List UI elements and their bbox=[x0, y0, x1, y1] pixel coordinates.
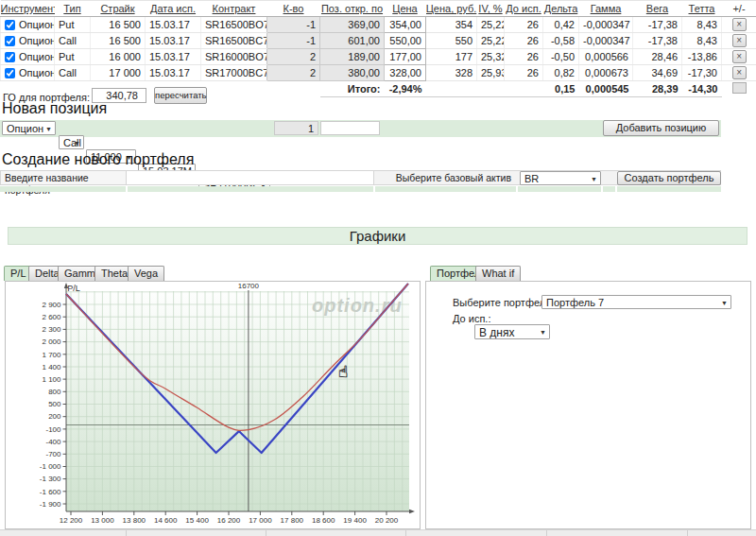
charts-section-title: Графики bbox=[8, 227, 747, 245]
cell-iv: 25,93 bbox=[477, 65, 505, 81]
x-tick-label: 15 400 bbox=[185, 516, 209, 525]
base-asset-select[interactable]: BR▼ bbox=[520, 171, 601, 185]
np-instrument-select[interactable]: Опцион▼ bbox=[2, 121, 56, 135]
delete-position-button[interactable]: × bbox=[732, 34, 747, 47]
cell-close: × bbox=[722, 33, 756, 49]
cell-vega: 34,69 bbox=[633, 65, 682, 81]
row-checkbox[interactable] bbox=[5, 20, 15, 30]
cell-strike: 16 000 bbox=[91, 49, 146, 65]
cell-price_rub: 177 bbox=[426, 49, 477, 65]
x-tick-label: 13 800 bbox=[123, 516, 146, 525]
totals-cell bbox=[426, 81, 477, 97]
y-tick-label: -700 bbox=[45, 450, 61, 458]
row-checkbox[interactable] bbox=[5, 68, 15, 78]
new-position-heading: Новая позиция bbox=[2, 100, 107, 117]
column-header[interactable]: Дельта bbox=[543, 1, 579, 17]
dropdown-arrow-icon: ▼ bbox=[74, 139, 80, 146]
cell-price_rub: 354 bbox=[426, 17, 477, 33]
y-tick-label: -1 300 bbox=[40, 475, 61, 483]
cell-iv: 25,32 bbox=[477, 49, 505, 65]
recalculate-button[interactable]: пересчитать bbox=[154, 87, 207, 104]
delete-position-button[interactable]: × bbox=[732, 18, 747, 31]
positions-tbody: ОпционPut16 50015.03.17SR16500BO7-1369,0… bbox=[1, 17, 756, 97]
column-header[interactable]: IV, % bbox=[477, 1, 505, 17]
np-type-select[interactable]: Call▼ bbox=[59, 135, 84, 149]
portfolio-select[interactable]: Портфель 7▼ bbox=[541, 295, 731, 309]
cell-price: 177,00 bbox=[385, 49, 426, 65]
cell-gamma: 0,000566 bbox=[579, 49, 633, 65]
add-position-button[interactable]: Добавить позицию bbox=[603, 120, 719, 136]
cell-contract: SR16000BO7 bbox=[201, 49, 267, 65]
cell-pos_open: 601,00 bbox=[320, 33, 385, 49]
column-header[interactable]: Гамма bbox=[579, 1, 633, 17]
delete-position-button[interactable]: × bbox=[732, 50, 747, 63]
column-header[interactable]: Страйк bbox=[91, 1, 146, 17]
row-checkbox[interactable] bbox=[5, 36, 15, 46]
row-checkbox[interactable] bbox=[5, 52, 15, 62]
totals-spacer bbox=[732, 82, 747, 94]
cell-gamma: -0,000347 bbox=[579, 17, 633, 33]
cell-strike: 16 500 bbox=[91, 33, 146, 49]
days-select[interactable]: В днях▼ bbox=[474, 324, 550, 339]
cell-delta: 0,82 bbox=[543, 65, 579, 81]
column-header[interactable]: Вега bbox=[633, 1, 682, 17]
y-tick-label: 1 100 bbox=[42, 375, 61, 384]
column-header[interactable]: Поз. откр. по bbox=[320, 1, 385, 17]
cell-contract: SR16500BO7 bbox=[201, 17, 267, 33]
totals-cell: -14,30 bbox=[682, 81, 722, 97]
cell-pos_open: 380,00 bbox=[320, 65, 385, 81]
cell-price_rub: 550 bbox=[426, 33, 477, 49]
cell-delta: 0,42 bbox=[543, 17, 579, 33]
totals-cell: 0,15 bbox=[543, 81, 579, 97]
cell-qty: -1 bbox=[267, 33, 320, 49]
y-tick-label: 1 400 bbox=[42, 363, 61, 372]
column-header[interactable]: Тетта bbox=[682, 1, 722, 17]
cell-contract: SR16500BC7 bbox=[201, 33, 267, 49]
delete-position-button[interactable]: × bbox=[732, 66, 747, 79]
portfolio-select-label: Выберите портфель bbox=[453, 297, 551, 308]
days-label: До исп.: bbox=[453, 313, 490, 324]
cell-theta: 8,43 bbox=[682, 33, 722, 49]
cell-price: 354,00 bbox=[385, 17, 426, 33]
cell-close: × bbox=[722, 65, 756, 81]
column-header[interactable]: Цена, руб. bbox=[426, 1, 477, 17]
column-header[interactable]: До исп. bbox=[505, 1, 543, 17]
cell-instrument: Опцион bbox=[1, 65, 55, 81]
cell-qty: 2 bbox=[267, 65, 320, 81]
x-tick-label: 19 400 bbox=[343, 516, 367, 525]
cell-gamma: -0,000347 bbox=[579, 33, 633, 49]
totals-cell bbox=[267, 81, 320, 97]
pl-chart-canvas[interactable]: 16700P/L2 9002 6002 3002 0001 7001 4001 … bbox=[6, 282, 420, 528]
column-header[interactable]: Тип bbox=[55, 1, 91, 17]
options-portfolio-app: ИнструментТипСтрайкДата исп.КонтрактК-во… bbox=[0, 0, 756, 536]
column-header[interactable]: Контракт bbox=[201, 1, 267, 17]
cell-vega: -17,38 bbox=[633, 17, 682, 33]
y-tick-label: 1 700 bbox=[42, 351, 61, 359]
y-tick-label: -1 600 bbox=[40, 488, 61, 496]
np-price-input[interactable] bbox=[320, 121, 380, 135]
x-tick-label: 12 200 bbox=[60, 516, 83, 525]
column-header[interactable]: Дата исп. bbox=[146, 1, 201, 17]
cell-date: 15.03.17 bbox=[146, 33, 201, 49]
cell-vega: -17,38 bbox=[633, 33, 682, 49]
cell-instrument: Опцион bbox=[1, 33, 55, 49]
tab-whatif[interactable]: What if bbox=[475, 266, 521, 281]
tab-vega[interactable]: Vega bbox=[128, 266, 164, 281]
x-tick-label: 20 200 bbox=[375, 516, 399, 525]
portfolio-name-input[interactable] bbox=[127, 171, 374, 184]
create-portfolio-button[interactable]: Создать портфель bbox=[617, 171, 721, 185]
cell-date: 15.03.17 bbox=[146, 65, 201, 81]
column-header[interactable]: Цена bbox=[385, 1, 426, 17]
y-tick-label: 200 bbox=[48, 412, 61, 421]
np-quantity-input[interactable]: 1 bbox=[274, 121, 318, 135]
position-row: ОпционPut16 50015.03.17SR16500BO7-1369,0… bbox=[1, 17, 756, 33]
y-tick-label: 2 900 bbox=[42, 301, 61, 309]
y-tick-label: 2 600 bbox=[42, 313, 61, 321]
y-tick-label: 800 bbox=[48, 388, 61, 396]
cell-qty: 2 bbox=[267, 49, 320, 65]
column-header[interactable]: Инструмент bbox=[1, 1, 55, 17]
dropdown-arrow-icon: ▼ bbox=[591, 175, 597, 182]
column-header[interactable]: К-во bbox=[267, 1, 320, 17]
cell-iv: 25,22 bbox=[477, 17, 505, 33]
cell-theta: -13,86 bbox=[682, 49, 722, 65]
